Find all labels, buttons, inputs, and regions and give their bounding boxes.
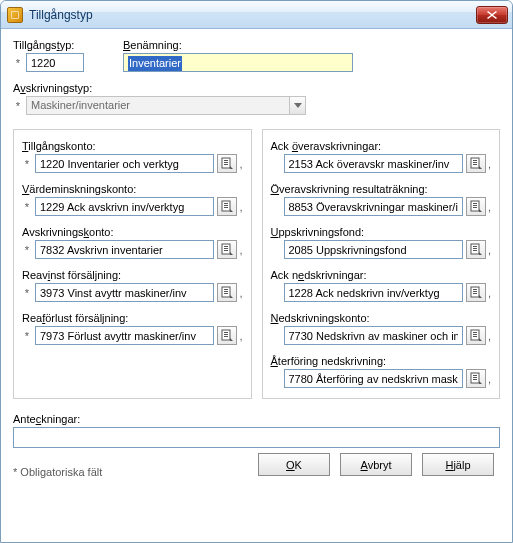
notes-input[interactable] (13, 427, 500, 448)
field-row: *, (22, 154, 243, 173)
lookup-button[interactable] (217, 154, 237, 173)
account-field: Återföring nedskrivning:, (271, 355, 492, 388)
field-label: Värdeminskningskonto: (22, 183, 243, 195)
top-row: Tillgångstyp: * Benämning: Inventarier (13, 39, 500, 72)
right-pane: Ack överavskrivningar:,Överavskrivning r… (262, 129, 501, 399)
combo-value: Maskiner/inventarier (26, 96, 289, 115)
trailing-comma: , (239, 201, 242, 213)
field-label: Reavinst försäljning: (22, 269, 243, 281)
window-title: Tillgångstyp (29, 8, 476, 22)
field-label: Tillgångskonto: (22, 140, 243, 152)
trailing-comma: , (239, 244, 242, 256)
lookup-button[interactable] (466, 197, 486, 216)
account-field: Ack överavskrivningar:, (271, 140, 492, 173)
trailing-comma: , (488, 201, 491, 213)
trailing-comma: , (488, 158, 491, 170)
trailing-comma: , (488, 287, 491, 299)
required-marker: * (22, 201, 32, 213)
lookup-button[interactable] (466, 369, 486, 388)
account-field: Reavinst försäljning:*, (22, 269, 243, 302)
field-label: Reaförlust försäljning: (22, 312, 243, 324)
account-input[interactable] (35, 154, 214, 173)
trailing-comma: , (239, 287, 242, 299)
required-marker: * (22, 330, 32, 342)
account-input[interactable] (284, 154, 463, 173)
required-marker: * (22, 158, 32, 170)
trailing-comma: , (488, 244, 491, 256)
notes-group: Anteckningar: (13, 413, 500, 448)
dialog-buttons: OK Avbryt Hjälp (258, 453, 494, 476)
lookup-button[interactable] (217, 326, 237, 345)
field-row: *, (22, 326, 243, 345)
account-field: Uppskrivningsfond:, (271, 226, 492, 259)
trailing-comma: , (488, 330, 491, 342)
chevron-down-icon[interactable] (289, 96, 306, 115)
required-marker: * (22, 287, 32, 299)
left-pane: Tillgångskonto:*,Värdeminskningskonto:*,… (13, 129, 252, 399)
ok-button[interactable]: OK (258, 453, 330, 476)
field-row: *, (22, 283, 243, 302)
field-row: *, (22, 197, 243, 216)
field-row: *, (22, 240, 243, 259)
lookup-button[interactable] (217, 240, 237, 259)
field-row: , (271, 197, 492, 216)
field-label: Uppskrivningsfond: (271, 226, 492, 238)
trailing-comma: , (239, 330, 242, 342)
account-input[interactable] (35, 240, 214, 259)
account-field: Värdeminskningskonto:*, (22, 183, 243, 216)
field-label: Avskrivningskonto: (22, 226, 243, 238)
notes-label: Anteckningar: (13, 413, 500, 425)
field-label: Ack överavskrivningar: (271, 140, 492, 152)
account-field: Avskrivningskonto:*, (22, 226, 243, 259)
field-row: , (271, 240, 492, 259)
lookup-button[interactable] (466, 283, 486, 302)
account-field: Reaförlust försäljning:*, (22, 312, 243, 345)
lookup-button[interactable] (466, 154, 486, 173)
client-area: Tillgångstyp: * Benämning: Inventarier A… (1, 29, 512, 488)
title-bar: Tillgångstyp (1, 1, 512, 29)
account-input[interactable] (284, 283, 463, 302)
field-row: , (271, 326, 492, 345)
required-marker: * (13, 100, 23, 112)
account-field: Nedskrivningskonto:, (271, 312, 492, 345)
account-field: Ack nedskrivningar:, (271, 269, 492, 302)
account-input[interactable] (35, 283, 214, 302)
trailing-comma: , (488, 373, 491, 385)
field-label: Ack nedskrivningar: (271, 269, 492, 281)
depreciation-type-combo[interactable]: Maskiner/inventarier (26, 96, 306, 115)
account-field: Tillgångskonto:*, (22, 140, 243, 173)
account-input[interactable] (284, 240, 463, 259)
lookup-button[interactable] (466, 240, 486, 259)
help-button[interactable]: Hjälp (422, 453, 494, 476)
field-row: , (271, 283, 492, 302)
name-group: Benämning: Inventarier (123, 39, 373, 72)
name-label: Benämning: (123, 39, 373, 51)
account-input[interactable] (284, 326, 463, 345)
account-columns: Tillgångskonto:*,Värdeminskningskonto:*,… (13, 129, 500, 399)
cancel-button[interactable]: Avbryt (340, 453, 412, 476)
trailing-comma: , (239, 158, 242, 170)
field-row: , (271, 154, 492, 173)
depreciation-type-label: Avskrivningstyp: (13, 82, 500, 94)
close-button[interactable] (476, 6, 508, 24)
lookup-button[interactable] (217, 283, 237, 302)
app-icon (7, 7, 23, 23)
required-marker: * (22, 244, 32, 256)
name-input[interactable]: Inventarier (123, 53, 353, 72)
account-input[interactable] (35, 197, 214, 216)
account-field: Överavskrivning resultaträkning:, (271, 183, 492, 216)
asset-type-input[interactable] (26, 53, 84, 72)
field-label: Nedskrivningskonto: (271, 312, 492, 324)
field-row: , (271, 369, 492, 388)
lookup-button[interactable] (466, 326, 486, 345)
required-marker: * (13, 57, 23, 69)
asset-type-group: Tillgångstyp: * (13, 39, 105, 72)
account-input[interactable] (284, 369, 463, 388)
lookup-button[interactable] (217, 197, 237, 216)
depreciation-type-group: Avskrivningstyp: * Maskiner/inventarier (13, 82, 500, 115)
field-label: Återföring nedskrivning: (271, 355, 492, 367)
account-input[interactable] (35, 326, 214, 345)
field-label: Överavskrivning resultaträkning: (271, 183, 492, 195)
asset-type-label: Tillgångstyp: (13, 39, 105, 51)
account-input[interactable] (284, 197, 463, 216)
